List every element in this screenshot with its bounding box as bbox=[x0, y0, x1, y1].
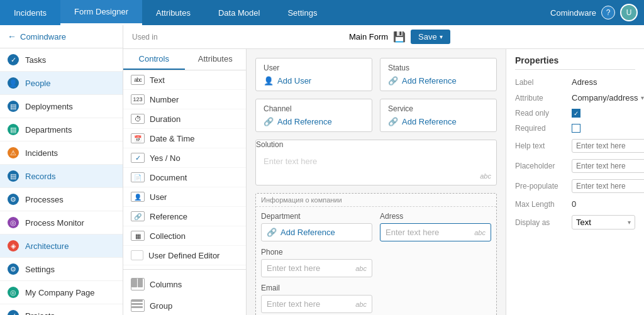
control-collection[interactable]: ▦ Collection bbox=[123, 226, 246, 246]
control-reference-label: Reference bbox=[150, 212, 187, 221]
phone-placeholder: Enter text here bbox=[267, 263, 320, 273]
control-document[interactable]: 📄 Document bbox=[123, 168, 246, 187]
email-spacer bbox=[380, 284, 491, 313]
control-user[interactable]: 👤 User bbox=[123, 187, 246, 207]
control-text-label: Text bbox=[150, 75, 165, 85]
help-button[interactable]: ? bbox=[601, 6, 615, 19]
add-user-button[interactable]: 👤 Add User bbox=[264, 76, 364, 86]
sidebar-item-processes[interactable]: ⚙ Processes bbox=[0, 188, 123, 211]
add-reference-service-icon: 🔗 bbox=[388, 117, 398, 126]
status-field: Status 🔗 Add Reference bbox=[380, 58, 497, 91]
email-placeholder: Enter text here bbox=[267, 299, 320, 309]
properties-title: Properties bbox=[515, 55, 635, 70]
sidebar-item-settings[interactable]: ⚙ Settings bbox=[0, 258, 123, 281]
sidebar-item-incidents[interactable]: ⚠ Incidents bbox=[0, 141, 123, 165]
add-user-label: Add User bbox=[277, 76, 311, 86]
control-duration[interactable]: ⏱ Duration bbox=[123, 109, 246, 129]
tab-incidents[interactable]: Incidents bbox=[0, 0, 60, 25]
sidebar-back[interactable]: ← Comindware bbox=[0, 25, 123, 48]
tasks-icon: ✓ bbox=[8, 54, 19, 65]
add-reference-status-button[interactable]: 🔗 Add Reference bbox=[388, 76, 489, 86]
prop-maxlength-key: Max Length bbox=[515, 200, 572, 209]
prop-attribute-select[interactable]: Company/address ▾ bbox=[572, 93, 644, 102]
tab-form-designer[interactable]: Form Designer bbox=[60, 0, 142, 25]
add-reference-department-icon: 🔗 bbox=[267, 228, 277, 237]
sidebar-label-projects: Projects bbox=[25, 311, 55, 316]
help-text-input[interactable] bbox=[572, 139, 644, 153]
control-text[interactable]: abc Text bbox=[123, 70, 246, 90]
sidebar-item-tasks[interactable]: ✓ Tasks bbox=[0, 48, 123, 72]
add-reference-service-button[interactable]: 🔗 Add Reference bbox=[388, 117, 489, 126]
prop-helptext-key: Help text bbox=[515, 141, 572, 150]
pre-populate-input[interactable] bbox=[572, 179, 644, 193]
tab-attributes[interactable]: Attributes bbox=[185, 49, 247, 70]
address-input[interactable]: Enter text here abc bbox=[380, 223, 491, 241]
sidebar: ← Comindware ✓ Tasks 👤 People ▤ Deployme… bbox=[0, 25, 123, 315]
control-number[interactable]: 123 Number bbox=[123, 90, 246, 109]
sidebar-item-process-monitor[interactable]: ◎ Process Monitor bbox=[0, 211, 123, 235]
control-yesno[interactable]: ✓ Yes / No bbox=[123, 148, 246, 168]
phone-field: Phone Enter text here abc bbox=[261, 248, 372, 277]
group-icon bbox=[131, 299, 145, 312]
add-reference-channel-icon: 🔗 bbox=[264, 117, 274, 126]
tab-controls[interactable]: Controls bbox=[123, 49, 185, 70]
prop-maxlength-value: 0 bbox=[572, 199, 635, 209]
solution-text-area[interactable]: Enter text here abc bbox=[256, 153, 496, 185]
tab-attributes[interactable]: Attributes bbox=[142, 0, 204, 25]
sidebar-item-architecture[interactable]: ◈ Architecture bbox=[0, 235, 123, 258]
placeholder-input[interactable] bbox=[572, 159, 644, 173]
sidebar-label-process-monitor: Process Monitor bbox=[25, 218, 84, 228]
controls-tabs: Controls Attributes bbox=[123, 49, 246, 70]
add-reference-service-label: Add Reference bbox=[402, 117, 457, 126]
control-reference[interactable]: 🔗 Reference bbox=[123, 207, 246, 226]
datetime-control-icon: 📅 bbox=[131, 133, 145, 143]
sidebar-item-deployments[interactable]: ▤ Deployments bbox=[0, 95, 123, 118]
sidebar-item-departments[interactable]: ▤ Departments bbox=[0, 118, 123, 141]
solution-field: Solution Enter text here abc bbox=[255, 140, 497, 185]
save-button[interactable]: Save ▾ bbox=[411, 30, 450, 44]
phone-field-label: Phone bbox=[261, 248, 372, 257]
tab-data-model[interactable]: Data Model bbox=[204, 0, 274, 25]
status-field-label: Status bbox=[388, 64, 489, 72]
control-datetime[interactable]: 📅 Date & Time bbox=[123, 129, 246, 148]
sidebar-item-projects[interactable]: ✓ Projects bbox=[0, 304, 123, 315]
add-reference-department-button[interactable]: 🔗 Add Reference bbox=[261, 223, 372, 241]
control-document-label: Document bbox=[150, 173, 187, 182]
company-info-subgroup: Информация о компании Department 🔗 Add R… bbox=[255, 193, 497, 315]
control-duration-label: Duration bbox=[150, 114, 180, 124]
sidebar-item-people[interactable]: 👤 People bbox=[0, 72, 123, 95]
email-input[interactable]: Enter text here abc bbox=[261, 295, 372, 313]
display-as-select[interactable]: Text ▾ bbox=[572, 215, 635, 229]
columns-icon bbox=[131, 278, 145, 290]
architecture-icon: ◈ bbox=[8, 240, 19, 251]
form-name: Main Form bbox=[349, 32, 388, 41]
phone-spacer bbox=[380, 248, 491, 277]
display-as-chevron-icon: ▾ bbox=[628, 219, 631, 226]
prop-maxlength-row: Max Length 0 bbox=[515, 199, 635, 209]
control-user-defined-label: User Defined Editor bbox=[148, 251, 219, 260]
user-field-label: User bbox=[264, 64, 364, 72]
solution-field-label: Solution bbox=[256, 140, 496, 149]
add-reference-channel-button[interactable]: 🔗 Add Reference bbox=[264, 117, 364, 126]
sidebar-item-records[interactable]: ▤ Records bbox=[0, 165, 123, 188]
control-user-label: User bbox=[150, 192, 167, 202]
layout-columns[interactable]: Columns bbox=[123, 274, 246, 295]
sidebar-label-incidents: Incidents bbox=[25, 148, 58, 158]
add-user-icon: 👤 bbox=[264, 76, 274, 86]
tab-settings[interactable]: Settings bbox=[274, 0, 331, 25]
layout-group[interactable]: Group bbox=[123, 295, 246, 315]
prop-attribute-row: Attribute Company/address ▾ bbox=[515, 93, 635, 102]
records-icon: ▤ bbox=[8, 170, 19, 182]
user-avatar[interactable]: U bbox=[620, 4, 638, 21]
required-checkbox[interactable] bbox=[572, 124, 580, 133]
form-designer-canvas: User 👤 Add User Status 🔗 Add Reference bbox=[247, 49, 506, 315]
controls-panel: Controls Attributes abc Text 123 Number … bbox=[123, 49, 247, 315]
layout-columns-label: Columns bbox=[150, 280, 182, 289]
prop-placeholder-row: Placeholder bbox=[515, 159, 635, 173]
sidebar-item-my-company-page[interactable]: ◎ My Company Page bbox=[0, 281, 123, 304]
top-navigation: Incidents Form Designer Attributes Data … bbox=[0, 0, 644, 25]
control-user-defined[interactable]: User Defined Editor bbox=[123, 246, 246, 265]
channel-field-label: Channel bbox=[264, 104, 364, 113]
phone-input[interactable]: Enter text here abc bbox=[261, 259, 372, 277]
read-only-checkbox[interactable] bbox=[572, 109, 580, 118]
